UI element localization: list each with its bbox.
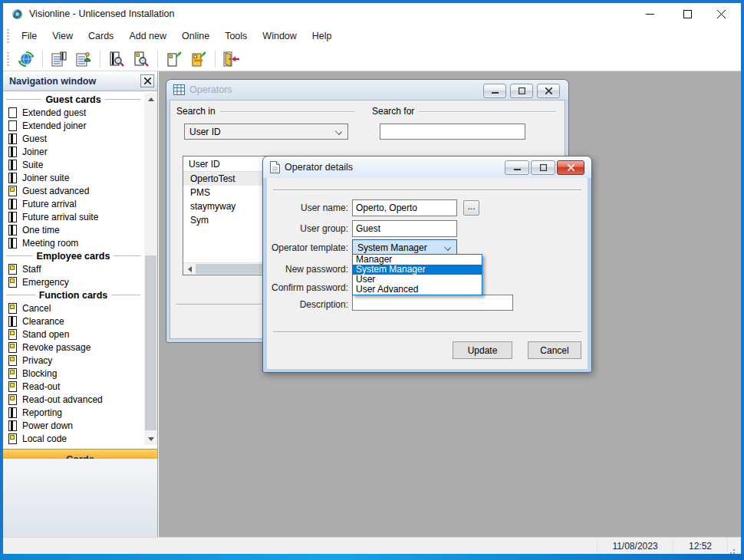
toolbar-separator	[42, 51, 43, 68]
maximize-icon	[683, 10, 692, 18]
sidebar-item-future-arrival-suite[interactable]: Future arrival suite	[3, 210, 143, 223]
operators-titlebar[interactable]: Operators	[166, 80, 568, 100]
menu-file[interactable]: File	[14, 25, 44, 48]
card-list-button[interactable]	[48, 49, 70, 69]
operator-details-dialog: Operator details User name: ... User gro…	[262, 156, 592, 373]
menu-view[interactable]: View	[44, 25, 81, 48]
update-button[interactable]: Update	[453, 341, 512, 359]
minimize-button[interactable]	[640, 3, 660, 25]
separator-line	[273, 189, 581, 190]
browse-button[interactable]: ...	[463, 200, 479, 216]
sidebar-item-future-arrival[interactable]: Future arrival	[3, 197, 143, 210]
navigation-header[interactable]: Navigation window	[3, 71, 157, 91]
sidebar-item-read-out[interactable]: Read-out	[3, 380, 143, 393]
sidebar-item-reporting[interactable]: Reporting	[3, 406, 143, 419]
close-icon	[545, 87, 552, 94]
toolbar-separator	[157, 51, 158, 68]
scroll-up-arrow[interactable]	[144, 93, 157, 105]
operators-minimize-button[interactable]	[483, 84, 506, 98]
statusbar: 11/08/2023 12:52	[3, 537, 741, 554]
search-in-group: Search in	[176, 106, 354, 117]
find-card-advanced-button[interactable]	[130, 49, 152, 69]
sidebar-item-privacy[interactable]: Privacy	[3, 354, 143, 367]
close-icon	[568, 164, 574, 171]
operators-maximize-button[interactable]	[510, 84, 533, 98]
sidebar-item-cancel[interactable]: Cancel	[3, 301, 143, 315]
menu-help[interactable]: Help	[305, 25, 340, 48]
sidebar-item-joiner-suite[interactable]: Joiner suite	[3, 171, 143, 184]
taskbar-strip	[0, 554, 744, 560]
dialog-client: User name: ... User group: Operator temp…	[267, 178, 588, 369]
card-list-icon	[51, 51, 67, 68]
user-group-input[interactable]	[352, 220, 457, 237]
card-stripe-icon	[8, 199, 17, 209]
issue-card-button[interactable]	[163, 49, 185, 69]
sidebar-item-blocking[interactable]: Blocking	[3, 367, 143, 380]
sidebar-item-suite[interactable]: Suite	[3, 158, 143, 171]
description-input[interactable]	[352, 295, 513, 311]
sidebar-item-clearance[interactable]: Clearance	[3, 315, 143, 328]
issue-card-icon	[166, 51, 183, 68]
card-dot-icon	[8, 186, 17, 196]
statusbar-time: 12:52	[673, 538, 727, 555]
sidebar-item-guest[interactable]: Guest	[3, 132, 143, 145]
cancel-button[interactable]: Cancel	[528, 341, 581, 359]
sidebar-item-revoke-passage[interactable]: Revoke passage	[3, 341, 143, 354]
scroll-left-arrow[interactable]	[183, 263, 196, 275]
card-stripe-icon	[8, 420, 17, 431]
close-button[interactable]	[711, 3, 731, 25]
dropdown-option[interactable]: User Advanced	[353, 285, 482, 295]
menu-tools[interactable]: Tools	[217, 25, 255, 48]
sidebar-item-stand-open[interactable]: Stand open	[3, 328, 143, 341]
resize-grip[interactable]	[733, 549, 735, 551]
card-dot-icon	[8, 394, 17, 405]
sidebar-item-joiner[interactable]: Joiner	[3, 145, 143, 158]
sidebar-item-meeting-room[interactable]: Meeting room	[3, 236, 143, 249]
card-stripe-icon	[8, 133, 17, 144]
sidebar-scrollbar[interactable]	[144, 93, 157, 445]
menu-add-new[interactable]: Add new	[121, 25, 174, 48]
find-card-button[interactable]	[106, 49, 127, 69]
encode-card-button[interactable]	[188, 49, 209, 69]
sidebar-item-extended-guest[interactable]: Extended guest	[3, 106, 143, 119]
main-titlebar[interactable]: Visionline - Unlicensed Installation	[3, 3, 741, 25]
sidebar-item-read-out-advanced[interactable]: Read-out advanced	[3, 393, 143, 406]
user-list-button[interactable]	[73, 49, 94, 69]
visionline-logo-icon	[11, 8, 24, 21]
dialog-close-button[interactable]	[557, 160, 584, 175]
online-globe-icon	[18, 51, 35, 68]
toolbar-separator	[215, 51, 216, 68]
sidebar-item-extended-joiner[interactable]: Extended joiner	[3, 119, 143, 132]
user-name-input[interactable]	[352, 199, 457, 216]
sidebar-item-staff[interactable]: Staff	[3, 262, 143, 275]
menubar-grip[interactable]	[7, 29, 9, 43]
operators-close-button[interactable]	[537, 84, 560, 98]
menu-cards[interactable]: Cards	[81, 25, 121, 48]
sidebar-item-one-time[interactable]: One time	[3, 223, 143, 236]
dialog-minimize-button[interactable]	[505, 160, 529, 175]
user-list-icon	[75, 51, 92, 68]
sidebar-item-emergency[interactable]: Emergency	[3, 275, 143, 288]
sidebar-item-power-down[interactable]: Power down	[3, 419, 143, 432]
dialog-title: Operator details	[285, 162, 353, 173]
statusbar-date: 11/08/2023	[597, 538, 673, 555]
online-globe-button[interactable]	[15, 49, 37, 69]
scroll-down-arrow[interactable]	[144, 433, 157, 445]
search-for-input[interactable]	[380, 124, 525, 140]
card-stripe-icon	[8, 212, 17, 222]
sidebar-item-guest-advanced[interactable]: Guest advanced	[3, 184, 143, 197]
card-dot-icon	[8, 277, 17, 288]
scrollbar-thumb[interactable]	[145, 255, 156, 430]
operator-template-dropdown: Manager System Manager User User Advance…	[352, 254, 482, 295]
section-header: Employee cards	[3, 249, 143, 262]
search-in-combo[interactable]: User ID	[184, 124, 348, 140]
maximize-button[interactable]	[677, 3, 697, 25]
sidebar-item-local-code[interactable]: Local code	[3, 432, 143, 445]
scrollbar-thumb[interactable]	[196, 264, 265, 274]
dialog-maximize-button[interactable]	[531, 160, 555, 175]
menu-window[interactable]: Window	[255, 25, 304, 48]
menu-online[interactable]: Online	[174, 25, 217, 48]
exit-button[interactable]	[221, 49, 242, 69]
navigation-close-button[interactable]	[140, 74, 154, 87]
toolbar-grip[interactable]	[7, 52, 9, 66]
